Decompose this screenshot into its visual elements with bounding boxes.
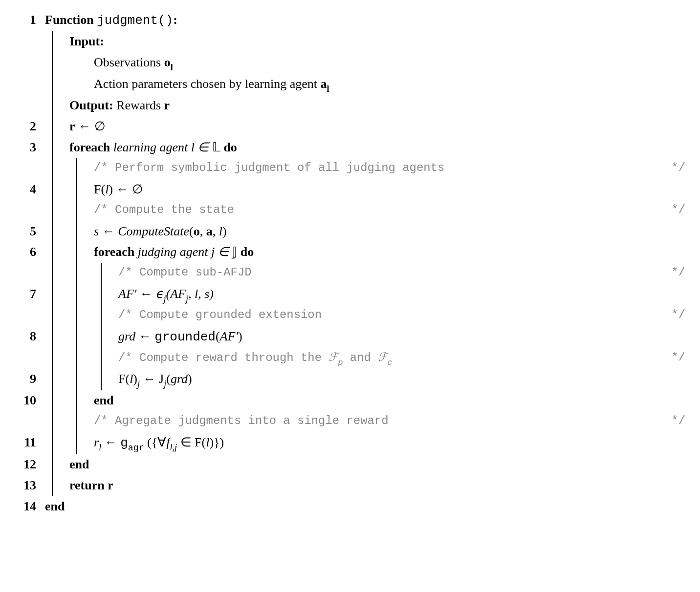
kw-input: Input: — [69, 34, 104, 48]
line-number: 11 — [15, 432, 39, 454]
line-number: 6 — [15, 242, 39, 263]
algorithm-block: 1 Function judgment(): Input: Observatio… — [15, 10, 685, 517]
kw-return: return — [69, 478, 105, 492]
line-end-inner: end — [45, 390, 685, 411]
line-output: Output: Rewards r — [45, 95, 685, 116]
line-number: 4 — [15, 179, 39, 200]
line-grd: grd ← grounded(AF′) — [45, 326, 685, 348]
comment-aggregate: /* Agregate judgments into a single rewa… — [45, 411, 685, 432]
line-flj: F(l)j ← Jj(grd) — [45, 369, 685, 390]
line-fl-empty: F(l) ← ∅ — [45, 179, 685, 200]
comment-grounded: /* Compute grounded extension*/ — [45, 305, 685, 326]
kw-do: do — [223, 140, 237, 154]
line-r-empty: r ← ∅ — [45, 116, 685, 137]
line-number: 7 — [15, 284, 39, 305]
line-input-header: Input: — [45, 31, 685, 52]
line-number: 2 — [15, 116, 39, 137]
line-number: 13 — [15, 475, 39, 496]
line-input-act: Action parameters chosen by learning age… — [45, 74, 685, 95]
line-foreach-l: foreach learning agent l ∈ 𝕃 do — [45, 137, 685, 158]
line-number: 10 — [15, 390, 39, 411]
comment-state: /* Compute the state*/ — [45, 200, 685, 221]
line-af-prime: AF′ ← ϵj(AFj, l, s) — [45, 284, 685, 305]
line-number: 3 — [15, 137, 39, 158]
line-input-obs: Observations ol — [45, 52, 685, 74]
line-return: return r — [45, 475, 685, 496]
function-name: judgment() — [97, 13, 173, 28]
comment-symbolic: /* Perform symbolic judgment of all judg… — [45, 158, 685, 179]
line-computestate: s ← ComputeState(o, a, l) — [45, 221, 685, 242]
line-end-function: end — [45, 496, 685, 517]
comment-subafjd: /* Compute sub-AFJD*/ — [45, 263, 685, 284]
line-number: 14 — [15, 496, 39, 517]
line-number: 5 — [15, 221, 39, 242]
line-end-outer: end — [45, 454, 685, 475]
kw-output: Output: — [69, 98, 113, 112]
kw-foreach: foreach — [69, 140, 110, 154]
line-number: 1 — [15, 10, 39, 31]
line-number: 9 — [15, 369, 39, 390]
kw-function: Function — [45, 13, 94, 27]
line-foreach-j: foreach judging agent j ∈ 𝕁 do — [45, 242, 685, 263]
kw-end: end — [94, 393, 113, 407]
line-function: Function judgment(): — [45, 10, 685, 31]
line-number: 12 — [15, 454, 39, 475]
comment-reward: /* Compute reward through the ℱp and ℱc*… — [45, 348, 685, 369]
line-number: 8 — [15, 326, 39, 348]
line-aggregate: rl ← gagr ({∀fl,j ∈ F(l)}) — [45, 432, 685, 454]
